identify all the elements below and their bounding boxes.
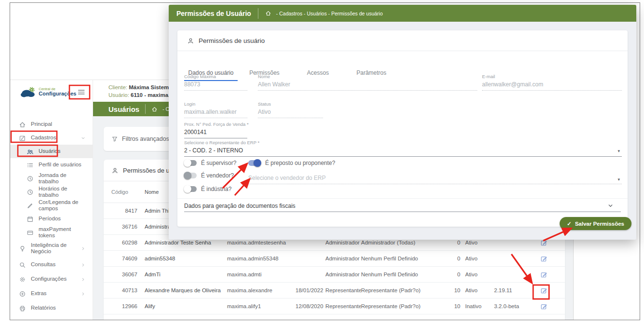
cell-login: maxima.alexandre [227, 287, 295, 293]
sidebar-item-perfil-de-usuarios[interactable]: Perfil de usuários [10, 158, 93, 172]
cell-versao: 3.2.0-beta [494, 303, 532, 309]
cell-codigo: 8417 [111, 208, 137, 214]
edit-square-icon [19, 135, 26, 142]
supervisor-toggle[interactable] [184, 160, 197, 166]
status-field[interactable]: Status Ativo [258, 101, 323, 118]
cell-status: Ativo [460, 287, 494, 293]
vendedor-toggle[interactable] [184, 173, 197, 178]
divider [258, 8, 258, 19]
cell-perfil: Nenhum Perfil Definido [361, 256, 447, 261]
search-icon [19, 261, 26, 269]
chevron-down-icon [80, 136, 86, 141]
sidebar-item-horarios-de-trabalho[interactable]: Horários de trabalho [10, 185, 93, 199]
logo-line2: Configurações [39, 91, 76, 97]
logo-row: Central de Configurações [10, 80, 93, 104]
list-check-icon [27, 162, 34, 169]
home-icon[interactable] [265, 10, 271, 16]
representante-erp-select[interactable]: Selecione o Representante do ERP * 2 - C… [184, 140, 622, 157]
home-icon [19, 121, 26, 128]
table-row: 40713 Alexandre Marques de Oliveira maxi… [104, 283, 565, 299]
industria-toggle[interactable] [184, 186, 197, 192]
home-icon[interactable] [151, 106, 158, 112]
preposto-toggle[interactable] [248, 160, 261, 166]
sidebar-item-configuracoes[interactable]: Configurações [10, 272, 93, 286]
edit-row-icon[interactable] [540, 255, 548, 262]
lightbulb-icon [19, 245, 26, 252]
section-title: Permissões de usuário [199, 37, 265, 44]
credit-card-icon [27, 229, 34, 236]
chevron-right-icon [80, 277, 86, 282]
email-field[interactable]: E-mail allenwalker@gmail.com [482, 74, 622, 91]
chevron-right-icon [80, 291, 86, 297]
cell-num: 0 [447, 272, 460, 277]
cell-codigo: 36716 [111, 224, 137, 230]
cell-nome: Administrador Teste Senha [137, 240, 227, 245]
sidebar-item-usuarios[interactable]: Usuários [10, 145, 93, 158]
prox-ped-field[interactable]: Prox. N° Ped. Força de Venda * 2000141 [184, 122, 247, 138]
login-field[interactable]: Login maxima.allen.walker [184, 101, 247, 118]
cell-perfil: Representante (Padr?o) [361, 287, 447, 293]
cell-nome: Alify [137, 303, 227, 309]
vendedor-erp-select[interactable]: Selecione o vendedor do ERP ▾ [248, 173, 622, 184]
page-title: Usuários [108, 105, 139, 113]
cell-codigo: 36067 [111, 272, 137, 277]
app-logo-text: Central de Configurações [39, 87, 76, 96]
person-icon [187, 37, 194, 44]
filters-title: Filtros avançados [122, 136, 169, 142]
cell-versao: 2.19.11 [494, 287, 532, 293]
sidebar-item-extras[interactable]: Extras [10, 286, 93, 301]
cell-status: Ativo [460, 240, 494, 245]
check-icon: ✓ [567, 220, 572, 227]
cell-perfil: Nenhum Perfil Definido [361, 272, 447, 277]
fiscal-documents-section[interactable]: Dados para geração de documentos fiscais [184, 200, 621, 212]
edit-row-icon[interactable] [540, 303, 548, 310]
app-logo-cloud-icon [20, 85, 37, 99]
cell-login: maxima.alify1 [227, 303, 295, 309]
sidebar-item-inteligencia-de-negocio[interactable]: Inteligência de Negócio [10, 239, 93, 258]
edit-row-icon[interactable] [540, 239, 548, 246]
cell-nome: admin55348 [137, 256, 227, 261]
sidebar-item-relatorios[interactable]: Relatórios [10, 301, 93, 315]
cell-status: Ativo [460, 256, 494, 261]
modal-breadcrumb: - Cadastros - Usuários - Permissões de u… [276, 11, 383, 16]
chevron-right-icon [80, 246, 86, 251]
edit-row-icon[interactable] [540, 271, 548, 278]
sidebar-item-principal[interactable]: Principal [10, 118, 93, 131]
vendedor-toggle-row: É vendedor? [184, 172, 234, 179]
cell-num: 0 [447, 240, 460, 245]
pencil-icon [27, 202, 34, 209]
sidebar-item-cor-legenda-de-campos[interactable]: Cor/Legenda de campos [10, 199, 93, 212]
sidebar-item-consultas[interactable]: Consultas [10, 258, 93, 272]
cell-codigo: 60298 [111, 240, 137, 245]
cell-login: maxima.admti [227, 272, 295, 277]
sidebar-menu: Principal Cadastros Usuários Perfil de u… [10, 104, 93, 315]
supervisor-toggle-row: É supervisor? [184, 160, 236, 166]
sidebar-collapse-icon[interactable] [77, 88, 86, 96]
cell-nome: Alexandre Marques de Oliveira [137, 287, 227, 293]
person-icon [111, 167, 119, 174]
edit-row-icon[interactable] [540, 287, 548, 294]
cell-codigo: 74609 [111, 256, 137, 261]
cell-num: 10 [447, 303, 460, 309]
plus-circle-icon [19, 290, 26, 298]
sidebar-item-periodos[interactable]: Períodos [10, 212, 93, 226]
nome-field[interactable]: Nome Allen Walker [258, 74, 477, 91]
clock-icon [27, 175, 34, 182]
select-arrow-icon: ▾ [617, 177, 620, 182]
col-codigo: Código [111, 189, 137, 195]
save-permissions-button[interactable]: ✓ Salvar Permissões [560, 217, 631, 230]
modal-panel: Permissões de usuário Dados do usuário P… [177, 30, 628, 227]
modal-header: Permissões de Usuário - Cadastros - Usuá… [169, 5, 636, 22]
cell-data: 18/01/2022 [295, 287, 325, 293]
clock-icon [27, 189, 34, 196]
cell-status: Inativo [460, 303, 494, 309]
cell-codigo: 40713 [111, 287, 137, 293]
modal-title: Permissões de Usuário [176, 10, 251, 17]
cell-data: 12/08/2020 [295, 303, 325, 309]
cell-num: 0 [447, 256, 460, 261]
codigo-maxima-field[interactable]: Código Máxima 88073 [184, 74, 247, 91]
sidebar-item-maxpayment-tokens[interactable]: maxPayment tokens [10, 226, 93, 239]
sidebar-item-cadastros[interactable]: Cadastros [10, 131, 93, 145]
sidebar-item-jornada-de-trabalho[interactable]: Jornada de trabalho [10, 172, 93, 185]
gear-icon [19, 276, 26, 283]
